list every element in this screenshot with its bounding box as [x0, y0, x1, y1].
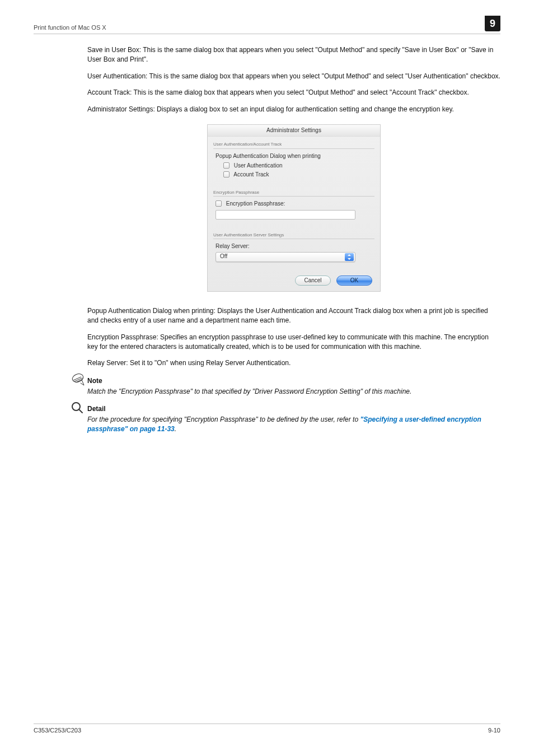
footer-page: 9-10 [488, 727, 500, 734]
para-save-in-user-box: Save in User Box: This is the same dialo… [87, 45, 500, 65]
administrator-settings-dialog: Administrator Settings User Authenticati… [207, 124, 381, 292]
checkbox-label-encryption-passphrase: Encryption Passphrase: [226, 200, 285, 207]
para-account-track: Account Track: This is the same dialog b… [87, 88, 500, 97]
checkbox-row-user-auth: User Authentication [223, 162, 374, 170]
note-heading: Note [87, 376, 500, 386]
para-administrator-settings: Administrator Settings: Displays a dialo… [87, 105, 500, 114]
note-icon [71, 373, 85, 390]
chapter-number: 9 [490, 18, 495, 30]
section-user-auth-account-track: User Authentication/Account Track Popup … [213, 141, 374, 179]
para-popup-auth: Popup Authentication Dialog when printin… [87, 306, 500, 326]
checkbox-label-user-authentication: User Authentication [234, 162, 283, 169]
detail-icon [71, 401, 84, 417]
detail-block: Detail For the procedure for specifying … [87, 404, 500, 434]
dialog-body: User Authentication/Account Track Popup … [208, 137, 380, 291]
section-title-encryption: Encryption Passphrase [213, 189, 374, 197]
relay-server-select[interactable]: Off [216, 252, 355, 262]
checkbox-row-account-track: Account Track [223, 171, 374, 179]
section-encryption-passphrase: Encryption Passphrase Encryption Passphr… [213, 189, 374, 220]
dialog-container: Administrator Settings User Authenticati… [87, 124, 500, 292]
section-title-server-settings: User Authentication Server Settings [213, 232, 374, 240]
dialog-footer: Cancel OK [213, 276, 374, 286]
detail-text: For the procedure for specifying "Encryp… [87, 415, 500, 434]
para-encryption-passphrase: Encryption Passphrase: Specifies an encr… [87, 333, 500, 352]
detail-text-suffix: . [175, 425, 176, 433]
chapter-badge: 9 [485, 16, 500, 31]
footer-model: C353/C253/C203 [34, 727, 81, 734]
select-arrow-icon [345, 253, 354, 261]
page-footer: C353/C253/C203 9-10 [34, 724, 500, 734]
note-block: Note Match the "Encryption Passphrase" t… [87, 376, 500, 396]
checkbox-row-encryption: Encryption Passphrase: [216, 200, 374, 208]
para-user-authentication: User Authentication: This is the same di… [87, 72, 500, 81]
detail-text-prefix: For the procedure for specifying "Encryp… [87, 416, 360, 423]
checkbox-account-track[interactable] [223, 171, 229, 178]
svg-line-2 [79, 409, 82, 413]
relay-server-selected-value: Off [220, 253, 227, 261]
para-relay-server: Relay Server: Set it to "On" when using … [87, 358, 500, 368]
section-title-user-auth: User Authentication/Account Track [213, 141, 374, 149]
checkbox-label-account-track: Account Track [233, 171, 269, 178]
encryption-passphrase-input[interactable] [216, 210, 355, 220]
detail-heading: Detail [87, 404, 500, 414]
page-content: Save in User Box: This is the same dialo… [0, 34, 534, 434]
page-header: Print function of Mac OS X 9 [0, 0, 534, 34]
note-text: Match the "Encryption Passphrase" to tha… [87, 387, 500, 396]
header-row: Print function of Mac OS X 9 [34, 24, 500, 34]
checkbox-user-authentication[interactable] [223, 162, 229, 169]
checkbox-encryption-passphrase[interactable] [216, 200, 222, 207]
relay-server-label: Relay Server: [216, 242, 374, 251]
section-user-auth-server: User Authentication Server Settings Rela… [213, 232, 374, 262]
cancel-button[interactable]: Cancel [295, 276, 331, 286]
ok-button[interactable]: OK [336, 276, 372, 286]
popup-auth-label: Popup Authentication Dialog when printin… [216, 152, 374, 161]
section-title: Print function of Mac OS X [34, 24, 106, 31]
dialog-title: Administrator Settings [208, 125, 380, 137]
